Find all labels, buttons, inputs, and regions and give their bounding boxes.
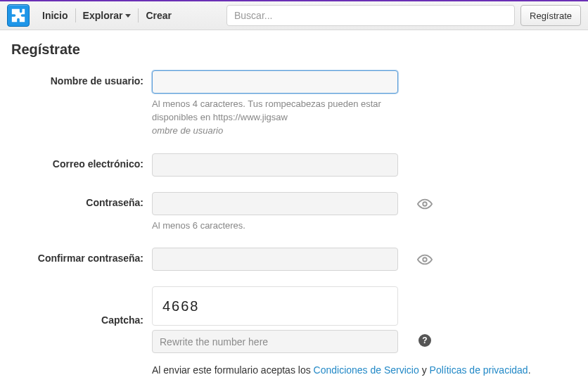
password-hint: Al menos 6 caracteres. <box>152 219 411 233</box>
svg-point-1 <box>423 258 427 262</box>
eye-icon[interactable] <box>417 196 433 212</box>
email-input[interactable] <box>152 153 398 177</box>
tos-link[interactable]: Condiciones de Servicio <box>314 364 419 376</box>
username-label: Nombre de usuario: <box>11 70 152 87</box>
search-input[interactable] <box>226 5 515 26</box>
page-content: Regístrate Nombre de usuario: Al menos 4… <box>0 30 588 389</box>
confirm-label: Confirmar contraseña: <box>11 248 152 264</box>
top-bar: Inicio Explorar Crear Regístrate <box>0 0 588 30</box>
eye-icon[interactable] <box>417 252 433 267</box>
svg-point-0 <box>423 202 427 206</box>
confirm-password-input[interactable] <box>152 248 398 271</box>
register-top-button[interactable]: Regístrate <box>520 5 581 26</box>
nav-links: Inicio Explorar Crear <box>35 7 179 24</box>
help-icon[interactable]: ? <box>418 334 431 347</box>
username-input[interactable] <box>152 70 398 94</box>
captcha-label: Captcha: <box>11 286 152 326</box>
terms-text: Al enviar este formulario aceptas los Co… <box>152 363 546 378</box>
email-label: Correo electrónico: <box>11 153 152 170</box>
nav-home[interactable]: Inicio <box>35 7 75 24</box>
captcha-display: 4668 <box>152 286 398 326</box>
password-label: Contraseña: <box>11 192 152 208</box>
nav-explore-label: Explorar <box>83 10 123 21</box>
captcha-input[interactable] <box>152 330 398 353</box>
nav-create[interactable]: Crear <box>139 7 179 24</box>
chevron-down-icon <box>125 14 131 18</box>
privacy-link[interactable]: Políticas de privacidad <box>430 364 528 376</box>
logo-icon[interactable] <box>7 4 30 27</box>
password-input[interactable] <box>152 192 398 215</box>
nav-explore[interactable]: Explorar <box>76 7 139 24</box>
username-hint: Al menos 4 caracteres. Tus rompecabezas … <box>152 98 411 138</box>
page-title: Regístrate <box>11 42 577 58</box>
